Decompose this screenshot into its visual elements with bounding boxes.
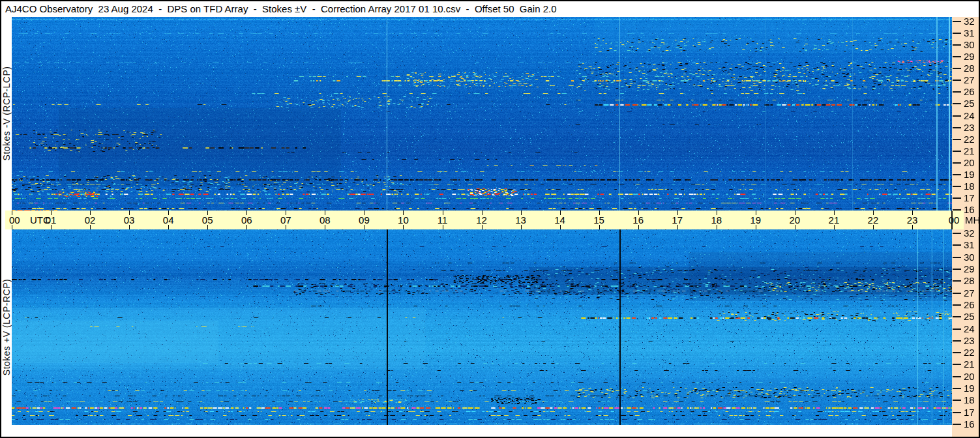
freq-tick xyxy=(953,162,961,164)
freq-tick xyxy=(953,328,961,330)
freq-label: 31 xyxy=(964,27,979,39)
freq-tick xyxy=(953,233,961,234)
hour-label: 00 xyxy=(9,211,20,229)
freq-tick xyxy=(953,80,961,81)
spectrograph-window: AJ4CO Observatory 23 Aug 2024 - DPS on T… xyxy=(0,0,980,438)
freq-tick xyxy=(953,304,961,306)
freq-label: 20 xyxy=(964,157,979,169)
freq-label: 26 xyxy=(964,299,979,311)
hour-label: 11 xyxy=(438,211,448,229)
hour-label: 10 xyxy=(398,211,409,229)
freq-label: 19 xyxy=(964,169,979,181)
freq-tick xyxy=(953,316,961,317)
hour-label: 06 xyxy=(241,211,252,229)
freq-tick xyxy=(953,388,961,389)
freq-tick xyxy=(953,44,961,46)
freq-tick xyxy=(953,412,961,413)
freq-tick xyxy=(953,197,961,199)
bottom-panel-ylabel: Stokes +V (LCP-RCP) xyxy=(1,279,12,375)
freq-label: 30 xyxy=(964,39,979,51)
freq-tick xyxy=(953,56,961,57)
freq-tick xyxy=(953,352,961,353)
freq-tick xyxy=(953,269,961,270)
freq-label: 19 xyxy=(964,383,979,394)
freq-label: 26 xyxy=(964,86,979,98)
hour-label: 15 xyxy=(593,211,604,229)
hour-label: 03 xyxy=(124,211,135,229)
freq-label: 24 xyxy=(964,110,979,122)
freq-tick xyxy=(953,257,961,258)
hour-label: 20 xyxy=(789,211,800,229)
spectrogram-top-canvas xyxy=(12,17,952,211)
freq-label: 28 xyxy=(964,63,979,74)
freq-tick xyxy=(953,21,961,22)
freq-tick xyxy=(953,139,961,140)
freq-label: 23 xyxy=(964,122,979,134)
freq-label: 32 xyxy=(964,16,979,27)
freq-tick xyxy=(953,280,961,282)
freq-label: 16 xyxy=(964,418,979,430)
freq-tick xyxy=(953,340,961,342)
hour-label: 18 xyxy=(711,211,722,229)
freq-label: 22 xyxy=(964,347,979,358)
hour-label: 07 xyxy=(280,211,291,229)
freq-label: 29 xyxy=(964,51,979,63)
hour-label: 19 xyxy=(750,211,761,229)
hour-label: 01 xyxy=(46,211,57,229)
freq-label: 18 xyxy=(964,181,979,192)
hour-label: 00 xyxy=(949,211,960,229)
title-bar: AJ4CO Observatory 23 Aug 2024 - DPS on T… xyxy=(5,1,557,17)
freq-label: 21 xyxy=(964,145,979,157)
freq-label: 27 xyxy=(964,74,979,86)
freq-tick xyxy=(953,33,961,34)
freq-label: 31 xyxy=(964,239,979,251)
freq-label: 24 xyxy=(964,323,979,335)
freq-tick xyxy=(953,364,961,365)
top-panel-ylabel: Stokes -V (RCP-LCP) xyxy=(1,66,12,161)
freq-label: 30 xyxy=(964,252,979,263)
hour-label: 17 xyxy=(672,211,683,229)
hour-label: 21 xyxy=(829,211,840,229)
hour-label: 04 xyxy=(163,211,174,229)
freq-label: 17 xyxy=(964,407,979,418)
spectrogram-bottom-canvas xyxy=(12,229,952,425)
freq-tick xyxy=(953,103,961,104)
mhz-unit-label: MHz xyxy=(965,211,980,229)
freq-label: 27 xyxy=(964,287,979,299)
freq-label: 21 xyxy=(964,358,979,370)
hour-label: 12 xyxy=(476,211,487,229)
freq-label: 28 xyxy=(964,275,979,287)
hour-label: 08 xyxy=(319,211,331,229)
freq-label: 29 xyxy=(964,263,979,275)
hour-label: 16 xyxy=(632,211,644,229)
freq-tick xyxy=(953,376,961,377)
freq-tick xyxy=(953,186,961,187)
freq-label: 17 xyxy=(964,192,979,204)
freq-tick xyxy=(953,68,961,69)
hour-label: 22 xyxy=(868,211,879,229)
freq-tick xyxy=(953,424,961,425)
axis-corner-connector xyxy=(951,211,953,229)
freq-tick xyxy=(953,400,961,401)
freq-tick xyxy=(953,127,961,128)
freq-tick xyxy=(953,91,961,93)
freq-tick xyxy=(953,174,961,175)
hour-label: 14 xyxy=(554,211,565,229)
freq-label: 25 xyxy=(964,98,979,110)
freq-tick xyxy=(953,244,961,246)
freq-label: 23 xyxy=(964,335,979,347)
freq-tick xyxy=(953,209,961,211)
freq-tick xyxy=(953,293,961,294)
freq-label: 18 xyxy=(964,394,979,406)
hour-label: 02 xyxy=(85,211,96,229)
freq-tick xyxy=(953,115,961,117)
hour-label: 23 xyxy=(907,211,918,229)
freq-label: 25 xyxy=(964,311,979,323)
hour-label: 05 xyxy=(202,211,213,229)
freq-label: 20 xyxy=(964,371,979,383)
time-axis: UTC 000102030405060708091011121314151617… xyxy=(5,211,964,229)
hour-label: 09 xyxy=(359,211,370,229)
hour-label: 13 xyxy=(515,211,526,229)
freq-tick xyxy=(953,151,961,152)
freq-label: 22 xyxy=(964,134,979,145)
